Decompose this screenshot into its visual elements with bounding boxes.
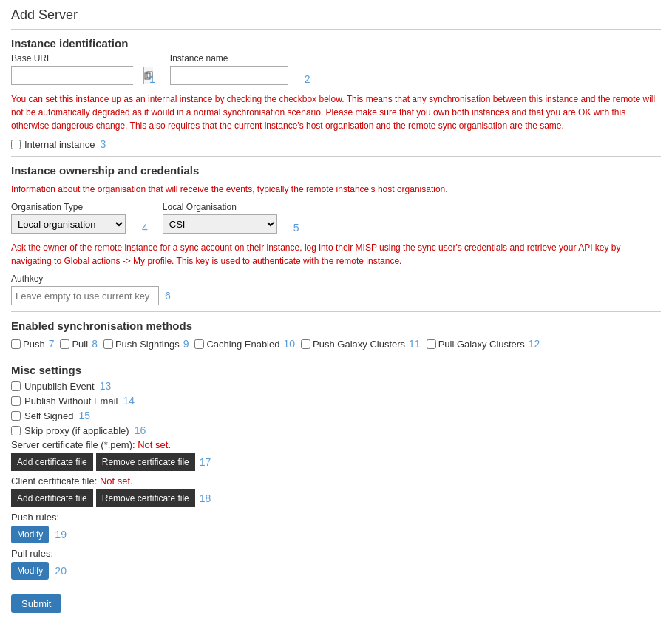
authkey-group: Authkey 6 bbox=[11, 274, 661, 305]
remove-client-cert-button[interactable]: Remove certificate file bbox=[96, 489, 195, 507]
server-cert-row: Server certificate file (*.pem): Not set… bbox=[11, 439, 661, 450]
url-name-row: Base URL 1 Instance name 2 bbox=[11, 53, 661, 85]
ownership-section: Instance ownership and credentials Infor… bbox=[11, 164, 661, 305]
org-type-group: Organisation Type Local organisation Ext… bbox=[11, 202, 126, 234]
pull-label: Pull bbox=[72, 339, 88, 350]
instance-name-label: Instance name bbox=[170, 53, 288, 64]
skip-proxy-number: 16 bbox=[135, 424, 146, 436]
server-cert-number: 17 bbox=[200, 456, 211, 468]
push-galaxy-checkbox[interactable] bbox=[301, 339, 310, 349]
publish-no-email-checkbox[interactable] bbox=[11, 396, 21, 406]
local-org-number: 5 bbox=[293, 222, 299, 234]
sync-push-sightings: Push Sightings 9 bbox=[103, 338, 189, 350]
publish-no-email-row: Publish Without Email 14 bbox=[11, 395, 661, 407]
sync-methods-title: Enabled synchronisation methods bbox=[11, 319, 661, 332]
sync-methods-row: Push 7 Pull 8 Push Sightings 9 Caching E… bbox=[11, 338, 661, 350]
unpublish-checkbox[interactable] bbox=[11, 381, 21, 391]
skip-proxy-label: Skip proxy (if applicable) bbox=[24, 425, 129, 436]
instance-name-input[interactable] bbox=[170, 66, 288, 85]
push-checkbox[interactable] bbox=[11, 339, 21, 349]
client-cert-buttons: Add certificate file Remove certificate … bbox=[11, 489, 661, 507]
base-url-number: 1 bbox=[149, 73, 155, 85]
org-select-row: Organisation Type Local organisation Ext… bbox=[11, 202, 661, 234]
push-galaxy-number: 11 bbox=[409, 338, 421, 350]
pull-rules-buttons: Modify 20 bbox=[11, 562, 661, 580]
pull-galaxy-checkbox[interactable] bbox=[427, 339, 436, 349]
sync-methods-section: Enabled synchronisation methods Push 7 P… bbox=[11, 319, 661, 350]
internal-instance-checkbox[interactable] bbox=[11, 140, 21, 149]
client-cert-status: Not set. bbox=[100, 475, 133, 486]
push-number: 7 bbox=[49, 338, 55, 350]
push-label: Push bbox=[23, 339, 45, 350]
client-cert-row: Client certificate file: Not set. bbox=[11, 475, 661, 486]
sync-pull: Pull 8 bbox=[60, 338, 97, 350]
publish-no-email-number: 14 bbox=[123, 395, 135, 407]
self-signed-number: 15 bbox=[79, 410, 91, 421]
local-org-select[interactable]: CSI bbox=[163, 214, 277, 234]
push-sightings-checkbox[interactable] bbox=[103, 339, 113, 349]
internal-instance-row: Internal instance 3 bbox=[11, 138, 661, 150]
remove-server-cert-button[interactable]: Remove certificate file bbox=[96, 453, 195, 471]
authkey-label: Authkey bbox=[11, 274, 661, 284]
internal-instance-info: You can set this instance up as an inter… bbox=[11, 92, 661, 132]
instance-name-number: 2 bbox=[305, 73, 310, 85]
ownership-title: Instance ownership and credentials bbox=[11, 164, 661, 177]
server-cert-buttons: Add certificate file Remove certificate … bbox=[11, 453, 661, 471]
page-title: Add Server bbox=[11, 7, 661, 23]
self-signed-label: Self Signed bbox=[24, 410, 74, 421]
push-sightings-number: 9 bbox=[183, 338, 189, 350]
base-url-wrapper bbox=[11, 66, 133, 85]
ownership-info: Information about the organisation that … bbox=[11, 183, 661, 196]
add-server-cert-button[interactable]: Add certificate file bbox=[11, 453, 93, 471]
push-rules-number: 19 bbox=[55, 529, 67, 540]
instance-name-group: Instance name bbox=[170, 53, 288, 85]
base-url-group: Base URL bbox=[11, 53, 133, 85]
misc-title: Misc settings bbox=[11, 364, 661, 376]
instance-identification-section: Instance identification Base URL 1 Insta… bbox=[11, 37, 661, 150]
unpublish-label: Unpublish Event bbox=[24, 381, 95, 392]
authkey-row: 6 bbox=[11, 286, 661, 305]
authkey-input[interactable] bbox=[11, 286, 159, 305]
pull-rules-modify-button[interactable]: Modify bbox=[11, 562, 49, 580]
submit-button[interactable]: Submit bbox=[11, 594, 61, 613]
authkey-info: Ask the owner of the remote instance for… bbox=[11, 241, 661, 268]
publish-no-email-label: Publish Without Email bbox=[24, 396, 118, 407]
misc-section: Misc settings Unpublish Event 13 Publish… bbox=[11, 364, 661, 613]
add-client-cert-button[interactable]: Add certificate file bbox=[11, 489, 93, 507]
sync-push-galaxy: Push Galaxy Clusters 11 bbox=[301, 338, 421, 350]
org-type-number: 4 bbox=[142, 222, 148, 234]
server-cert-status: Not set. bbox=[138, 439, 171, 450]
local-org-label: Local Organisation bbox=[163, 202, 277, 212]
internal-instance-label: Internal instance bbox=[24, 139, 95, 150]
pull-checkbox[interactable] bbox=[60, 339, 69, 349]
base-url-input[interactable] bbox=[12, 67, 143, 84]
caching-checkbox[interactable] bbox=[194, 339, 204, 349]
local-org-group: Local Organisation CSI bbox=[163, 202, 277, 234]
push-galaxy-label: Push Galaxy Clusters bbox=[313, 339, 405, 350]
unpublish-row: Unpublish Event 13 bbox=[11, 380, 661, 392]
org-type-label: Organisation Type bbox=[11, 202, 126, 212]
caching-number: 10 bbox=[283, 338, 295, 350]
internal-instance-number: 3 bbox=[100, 138, 106, 150]
unpublish-number: 13 bbox=[100, 380, 112, 392]
skip-proxy-checkbox[interactable] bbox=[11, 426, 21, 435]
caching-label: Caching Enabled bbox=[206, 339, 279, 350]
push-sightings-label: Push Sightings bbox=[115, 339, 180, 350]
instance-identification-title: Instance identification bbox=[11, 37, 661, 50]
push-rules-row: Push rules: bbox=[11, 512, 661, 523]
server-cert-label: Server certificate file (*.pem): bbox=[11, 439, 138, 450]
self-signed-row: Self Signed 15 bbox=[11, 410, 661, 421]
base-url-label: Base URL bbox=[11, 53, 133, 64]
org-type-select[interactable]: Local organisation External organisation bbox=[11, 214, 126, 234]
client-cert-number: 18 bbox=[200, 492, 211, 504]
pull-rules-number: 20 bbox=[55, 565, 67, 577]
pull-rules-row: Pull rules: bbox=[11, 548, 661, 559]
self-signed-checkbox[interactable] bbox=[11, 411, 21, 421]
pull-galaxy-label: Pull Galaxy Clusters bbox=[438, 339, 525, 350]
push-rules-label: Push rules: bbox=[11, 512, 59, 523]
push-rules-modify-button[interactable]: Modify bbox=[11, 526, 49, 543]
sync-caching: Caching Enabled 10 bbox=[194, 338, 295, 350]
push-rules-buttons: Modify 19 bbox=[11, 526, 661, 543]
pull-galaxy-number: 12 bbox=[529, 338, 540, 350]
pull-number: 8 bbox=[92, 338, 98, 350]
